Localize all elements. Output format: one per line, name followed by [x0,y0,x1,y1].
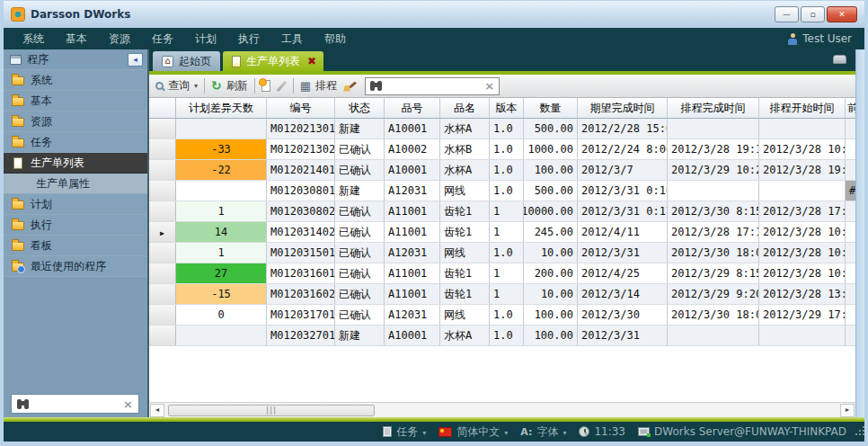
cell-status[interactable]: 新建 [335,181,385,201]
column-header[interactable]: 编号 [267,98,335,119]
cell-quantity[interactable]: 100.00 [524,160,578,180]
cell-quantity[interactable]: 100.00 [524,305,578,325]
row-selector[interactable] [149,263,176,283]
sidebar-item[interactable]: 执行 [4,215,147,236]
cell-item-no[interactable]: A12031 [385,305,440,325]
cell-quantity[interactable]: 1000.00 [524,139,578,159]
cell-item-name[interactable]: 齿轮1 [440,263,490,283]
cell-status[interactable]: 已确认 [335,222,385,242]
menu-item[interactable]: 资源 [99,29,140,49]
toolbar-search-input[interactable] [388,80,479,93]
row-selector[interactable] [149,201,176,221]
cell-plan-diff-days[interactable]: 1 [176,243,267,263]
table-row[interactable]: 0 M012031701 已确认 A12031 网线 1.0 100.00 20… [149,305,855,326]
cell-plan-diff-days[interactable]: 27 [176,263,267,283]
sidebar-item[interactable]: 生产单属性 [4,174,147,194]
cell-item-name[interactable]: 齿轮1 [440,201,490,221]
cell-extra[interactable] [846,139,855,159]
cell-expected-finish-time[interactable]: 2012/2/28 15:00 [578,119,668,138]
table-row[interactable]: -33 M012021302 已确认 A10002 水杯B 1.0 1000.0… [149,139,855,160]
cell-version[interactable]: 1 [490,222,524,242]
cell-plan-diff-days[interactable]: -33 [176,139,267,159]
cell-expected-finish-time[interactable]: 2012/3/31 0:10 [578,181,668,201]
cell-schedule-start-time[interactable]: 2012/3/28 17:13 [759,201,846,221]
cell-status[interactable]: 新建 [335,119,385,138]
cell-schedule-start-time[interactable]: 2012/3/28 10:52 [759,222,846,242]
sidebar-item[interactable]: 看板 [4,236,147,256]
scrollbar-thumb[interactable] [168,405,375,416]
cell-order-code[interactable]: M012031601 [267,263,335,283]
cell-status[interactable]: 已确认 [335,201,385,221]
cell-version[interactable]: 1.0 [490,139,524,159]
row-selector[interactable] [149,222,176,242]
cell-schedule-start-time[interactable] [759,119,846,138]
cell-schedule-finish-time[interactable] [668,326,759,345]
sidebar-item[interactable]: 生产单列表 [4,153,147,174]
cell-quantity[interactable]: 245.00 [524,222,578,242]
cell-expected-finish-time[interactable]: 2012/4/25 [578,263,668,283]
cell-item-no[interactable]: A10001 [385,119,440,138]
cell-status[interactable]: 已确认 [335,305,385,325]
table-row[interactable]: 1 M012030802 已确认 A11001 齿轮1 1 10000.00 2… [149,201,855,222]
cell-status[interactable]: 已确认 [335,243,385,263]
cell-quantity[interactable]: 200.00 [524,263,578,283]
status-item[interactable]: DWorks Server@FUNWAY-THINKPAD [638,425,846,438]
cell-order-code[interactable]: M012032701 [267,326,335,345]
cell-plan-diff-days[interactable] [176,181,267,201]
resize-grip[interactable] [855,433,857,435]
query-dropdown-icon[interactable]: ▾ [194,82,198,90]
cell-expected-finish-time[interactable]: 2012/3/31 0:17 [578,201,668,221]
column-header[interactable]: 排程完成时间 [668,98,759,119]
column-header[interactable]: 品号 [385,98,440,119]
column-header[interactable]: 数量 [524,98,578,119]
cell-expected-finish-time[interactable]: 2012/3/7 [578,160,668,180]
cell-order-code[interactable]: M012021301 [267,119,335,138]
scroll-right-icon[interactable] [840,404,855,417]
cell-version[interactable]: 1.0 [490,305,524,325]
cell-schedule-finish-time[interactable]: 2012/3/30 18:00 [668,305,759,325]
cell-extra[interactable] [846,263,855,283]
table-row[interactable]: -15 M012031602 已确认 A11001 齿轮1 1 10.00 20… [149,284,855,305]
cell-expected-finish-time[interactable]: 2012/3/31 [578,326,668,345]
cell-expected-finish-time[interactable]: 2012/3/31 [578,243,668,263]
cell-schedule-start-time[interactable]: 2012/3/28 10:52 [759,243,846,263]
table-row[interactable]: -22 M012021401 已确认 A10001 水杯A 1.0 100.00… [149,160,855,181]
cell-item-name[interactable]: 水杯A [440,119,490,138]
cell-schedule-start-time[interactable]: 2012/3/28 19:10 [759,160,846,180]
cell-item-name[interactable]: 网线 [440,305,490,325]
menu-item[interactable]: 帮助 [314,29,356,49]
cell-item-name[interactable]: 水杯A [440,160,490,180]
cell-version[interactable]: 1.0 [490,326,524,345]
column-header[interactable]: 状态 [335,98,385,119]
cell-item-no[interactable]: A12031 [385,243,440,263]
tab-close-icon[interactable]: ✖ [307,56,316,67]
cell-status[interactable]: 已确认 [335,284,385,304]
cell-plan-diff-days[interactable]: 14 [176,222,267,242]
schedule-button[interactable]: 排程 [300,78,337,94]
cell-schedule-start-time[interactable]: 2012/3/29 17:46 [759,305,846,325]
cell-schedule-finish-time[interactable]: 2012/3/30 18:00 [668,243,759,263]
cell-version[interactable]: 1 [490,201,524,221]
vertical-scrollbar[interactable] [855,49,864,417]
cell-item-name[interactable]: 水杯B [440,139,490,159]
cell-order-code[interactable]: M012030802 [267,201,335,221]
cell-order-code[interactable]: M012031602 [267,284,335,304]
tab-start-page[interactable]: 起始页 [153,51,220,71]
cell-quantity[interactable]: 100.00 [524,326,578,345]
cell-schedule-start-time[interactable] [759,181,846,201]
cell-item-no[interactable]: A11001 [385,222,440,242]
cell-quantity[interactable]: 10.00 [524,243,578,263]
menu-item[interactable]: 系统 [13,29,54,49]
user-indicator[interactable]: Test User [788,32,855,45]
table-row[interactable]: M012030801 新建 A12031 网线 1.0 500.00 2012/… [149,181,855,201]
refresh-button[interactable]: 刷新 [211,78,248,94]
cell-schedule-start-time[interactable] [759,326,846,345]
status-item[interactable]: 字体 [520,424,566,440]
row-selector[interactable] [149,284,176,304]
cell-version[interactable]: 1 [490,284,524,304]
column-header[interactable]: 计划差异天数 [176,98,267,119]
table-row[interactable]: 27 M012031601 已确认 A11001 齿轮1 1 200.00 20… [149,263,855,284]
sidebar-item[interactable]: 基本 [4,91,147,112]
table-row[interactable]: 1 M012031501 已确认 A12031 网线 1.0 10.00 201… [149,243,855,263]
cell-item-no[interactable]: A11001 [385,284,440,304]
